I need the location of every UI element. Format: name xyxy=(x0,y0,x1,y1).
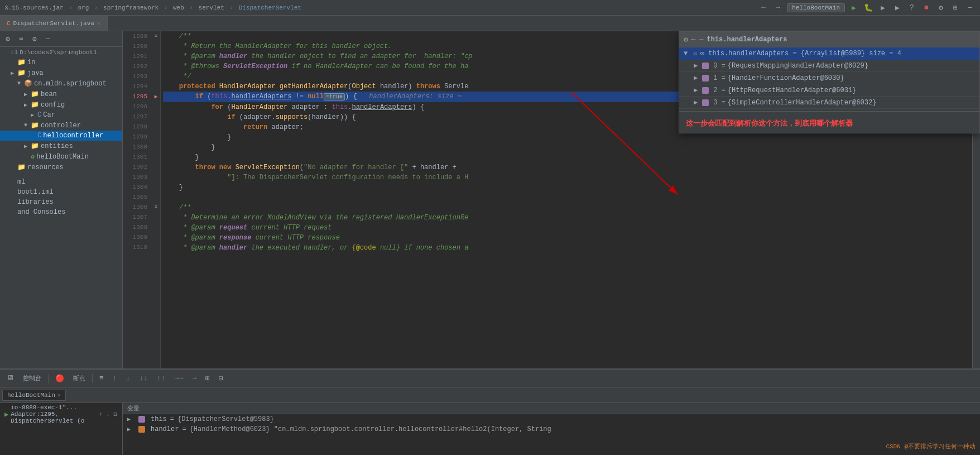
run-to-cursor[interactable]: →→ xyxy=(172,373,186,384)
grid-icon[interactable]: ⊞ xyxy=(203,373,212,384)
sidebar-item-iml[interactable]: boot1.iml xyxy=(0,187,122,197)
code-line: } xyxy=(163,132,972,142)
breakpoints-label: 断点 xyxy=(71,373,88,384)
step-into[interactable]: ↓↓ xyxy=(137,373,150,384)
run-button[interactable]: ▶ xyxy=(848,2,859,13)
java-file-icon: C xyxy=(7,20,11,27)
stop-button[interactable]: ■ xyxy=(921,2,932,13)
breakpoint-marker: ▶ xyxy=(152,92,160,102)
expand-icon[interactable]: ▶ xyxy=(127,426,135,433)
layout-icon[interactable]: ⊞ xyxy=(950,2,961,13)
resume[interactable]: → xyxy=(190,373,199,384)
obj-icon xyxy=(702,63,709,69)
sidebar-item-java[interactable]: ▶ 📁 java xyxy=(0,68,122,78)
expand-icon[interactable]: ▶ xyxy=(127,416,135,423)
sidebar-item-hellocontroller[interactable]: C hellocontroller xyxy=(0,131,122,141)
close-console-icon[interactable]: ✕ xyxy=(57,392,61,399)
thread-down-icon[interactable]: ↓ xyxy=(105,409,111,420)
help-icon[interactable]: ? xyxy=(906,2,917,13)
sidebar-item-entities[interactable]: ▶ 📁 entities xyxy=(0,141,122,151)
popup-expand-icon[interactable]: ▶ xyxy=(694,61,698,70)
object-icon: ∞ xyxy=(693,50,697,57)
debug-button[interactable]: 🐛 xyxy=(863,2,874,13)
sidebar-item-consoles[interactable]: and Consoles xyxy=(0,207,122,217)
popup-expand-icon[interactable]: ▼ xyxy=(684,50,688,58)
toolbar-label: 控制台 xyxy=(21,373,44,384)
popup-back-icon[interactable]: ← xyxy=(691,35,696,44)
popup-item-value: {RequestMappingHandlerAdapter@6029} xyxy=(728,62,868,70)
code-line: * @param handler the executed handler, o… xyxy=(163,243,972,253)
code-line: /** xyxy=(163,203,972,213)
breakpoint-icon[interactable]: 🔴 xyxy=(53,373,66,384)
sidebar-gear-icon[interactable]: ⚙ xyxy=(29,33,40,45)
collapse-icon[interactable]: ⊟ xyxy=(217,373,225,384)
sidebar-collapse-icon[interactable]: ≡ xyxy=(16,33,27,45)
nav-forward-icon[interactable]: → xyxy=(772,2,784,13)
code-line: * @param request current HTTP request xyxy=(163,223,972,233)
thread-selector[interactable]: ▶ io-8888-exec-1"... Adapter:1295, Dispa… xyxy=(0,403,122,425)
sidebar-item-ml[interactable]: ml xyxy=(0,177,122,187)
sidebar-item-bean[interactable]: ▶ 📁 bean xyxy=(0,89,122,99)
popup-item-1[interactable]: ▶ 1 = {HandlerFunctionAdapter@6030} xyxy=(679,72,979,84)
thread-icon: ▶ xyxy=(4,410,8,419)
file-tab-label: DispatcherServlet.java xyxy=(13,20,94,27)
popup-item-2[interactable]: ▶ 2 = {HttpRequestHandlerAdapter@6031} xyxy=(679,84,979,97)
java-icon: C xyxy=(37,111,41,119)
console-icon[interactable]: 🖥 xyxy=(4,373,16,384)
bottom-area: 🖥 控制台 🔴 断点 ≡ ↑ ↓ ↓↓ ↑↑ →→ → ⊞ ⊟ helloBoo… xyxy=(0,368,980,455)
popup-expand-icon[interactable]: ▶ xyxy=(694,98,698,107)
thread-filter-icon[interactable]: ⊟ xyxy=(113,409,118,420)
gutter: ≡ ▶ ≡ xyxy=(152,31,161,368)
minimize-icon[interactable]: — xyxy=(964,2,976,13)
run-config-selector[interactable]: helloBootMain xyxy=(787,3,845,12)
settings-icon[interactable]: ⚙ xyxy=(935,2,947,13)
sidebar-root-label: D:\codes2\springboot1 xyxy=(20,49,97,56)
popup-item-3[interactable]: ▶ 3 = {SimpleControllerHandlerAdapter@60… xyxy=(679,97,979,109)
close-tab-icon[interactable]: ✕ xyxy=(97,20,100,27)
nav-back-icon[interactable]: ← xyxy=(758,2,769,13)
coverage-button[interactable]: ▶ xyxy=(877,2,888,13)
step-out[interactable]: ↑↑ xyxy=(155,373,168,384)
var-row-this[interactable]: ▶ this = {DispatcherServlet@5983} xyxy=(123,414,980,424)
step-over-up[interactable]: ↑ xyxy=(111,373,119,384)
sidebar-close-icon[interactable]: — xyxy=(42,33,54,45)
console-tab-label: helloBootMain xyxy=(7,392,55,399)
file-tab-dispatcherservlet[interactable]: C DispatcherServlet.java ✕ xyxy=(0,16,108,31)
file-tab-bar: C DispatcherServlet.java ✕ xyxy=(0,16,980,31)
code-line: "]: The DispatcherServlet configuration … xyxy=(163,173,972,183)
console-tab-hellobootmain[interactable]: helloBootMain ✕ xyxy=(2,390,66,401)
main-layout: ⚙ ≡ ⚙ — t1 D:\codes2\springboot1 📁 in ▶ … xyxy=(0,31,980,368)
popup-forward-icon[interactable]: → xyxy=(699,35,704,44)
sidebar-item-resources[interactable]: 📁 resources xyxy=(0,162,122,173)
popup-expand-icon[interactable]: ▶ xyxy=(694,86,698,94)
obj-type-icon xyxy=(138,416,145,423)
debug-popup-toolbar: ⚙ ← → this.handlerAdapters xyxy=(679,32,979,47)
popup-item-value: {HandlerFunctionAdapter@6030} xyxy=(728,74,844,82)
sidebar-item-car[interactable]: ▶ C Car xyxy=(0,110,122,120)
spring-icon: ✿ xyxy=(31,152,35,161)
folder-icon: 📁 xyxy=(17,58,26,66)
popup-item-0[interactable]: ▶ 0 = {RequestMappingHandlerAdapter@6029… xyxy=(679,60,979,72)
sidebar-item-in[interactable]: 📁 in xyxy=(0,57,122,68)
thread-up-icon[interactable]: ↑ xyxy=(99,409,104,420)
bottom-panels: ▶ io-8888-exec-1"... Adapter:1295, Dispa… xyxy=(0,403,980,455)
step-over-down[interactable]: ↓ xyxy=(124,373,133,384)
var-row-handler[interactable]: ▶ handler = {HandlerMethod@6023} "cn.mld… xyxy=(123,424,980,434)
obj-icon xyxy=(702,87,709,94)
profile-button[interactable]: ▶ xyxy=(892,2,903,13)
popup-expand-icon[interactable]: ▶ xyxy=(694,74,698,82)
popup-settings-icon[interactable]: ⚙ xyxy=(684,35,688,44)
debug-popup: ⚙ ← → this.handlerAdapters ▼ ∞ ∞ this.ha… xyxy=(679,31,980,133)
popup-header-row[interactable]: ▼ ∞ ∞ this.handlerAdapters = {ArrayList@… xyxy=(679,47,979,60)
sidebar-item-libraries[interactable]: libraries xyxy=(0,197,122,207)
folder-icon: 📁 xyxy=(31,90,39,98)
list-icon[interactable]: ≡ xyxy=(97,373,106,384)
code-line: * @param response current HTTP response xyxy=(163,233,972,243)
code-line: * Determine an error ModelAndView via th… xyxy=(163,213,972,223)
sidebar-settings-icon[interactable]: ⚙ xyxy=(2,33,13,45)
sidebar-item-package[interactable]: ▼ 📦 cn.mldn.springboot xyxy=(0,78,122,89)
sidebar-item-controller[interactable]: ▼ 📁 controller xyxy=(0,120,122,131)
sidebar-item-hellobootmain[interactable]: ✿ helloBootMain xyxy=(0,151,122,162)
sidebar-item-config[interactable]: ▶ 📁 config xyxy=(0,99,122,110)
sidebar: ⚙ ≡ ⚙ — t1 D:\codes2\springboot1 📁 in ▶ … xyxy=(0,31,123,368)
